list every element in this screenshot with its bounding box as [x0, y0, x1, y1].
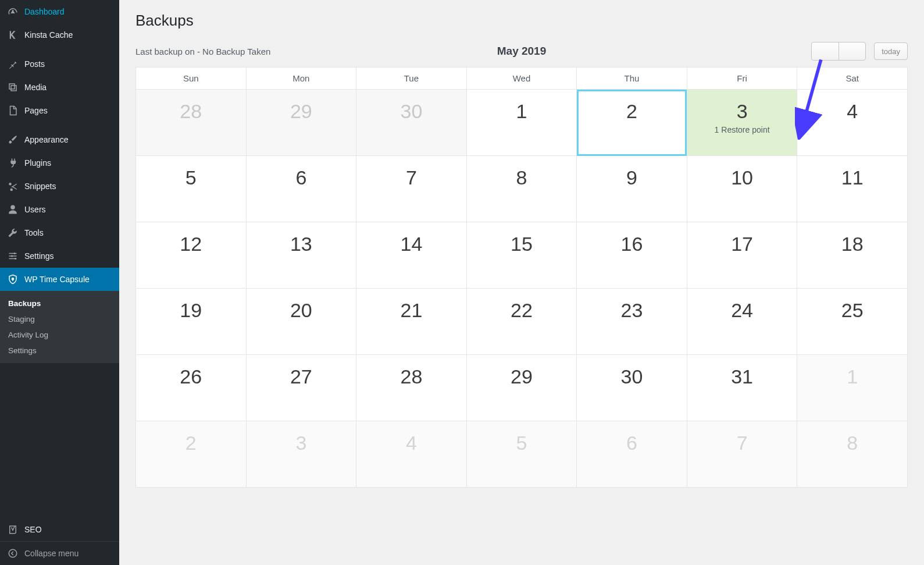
sidebar-item-tools[interactable]: Tools — [0, 221, 119, 244]
calendar-day-cell[interactable]: 25 — [797, 289, 908, 355]
sidebar-item-plugins[interactable]: Plugins — [0, 151, 119, 175]
calendar-day-cell[interactable]: 3 — [246, 421, 356, 488]
calendar-day-cell[interactable]: 9 — [577, 156, 687, 222]
calendar-day-cell[interactable]: 10 — [687, 156, 797, 222]
calendar-day-number: 19 — [136, 289, 246, 322]
sidebar-item-label: Settings — [24, 251, 54, 261]
sidebar-item-label: Posts — [24, 59, 45, 69]
sidebar-item-seo[interactable]: SEO — [0, 518, 119, 541]
calendar-day-number: 8 — [467, 156, 577, 189]
calendar-day-cell[interactable]: 12 — [136, 222, 247, 289]
calendar-day-number: 20 — [247, 289, 356, 322]
calendar-day-cell[interactable]: 4 — [797, 90, 908, 156]
sidebar-item-collapse[interactable]: Collapse menu — [0, 542, 119, 565]
sidebar-item-label: Plugins — [24, 158, 51, 168]
calendar-day-cell[interactable]: 28 — [136, 90, 247, 156]
calendar-day-number: 31 — [687, 355, 797, 388]
calendar-day-cell[interactable]: 2 — [136, 421, 247, 488]
calendar-day-cell[interactable]: 8 — [466, 156, 577, 222]
calendar-day-cell[interactable]: 22 — [466, 289, 577, 355]
calendar-day-cell[interactable]: 18 — [797, 222, 908, 289]
calendar-day-number: 25 — [797, 289, 907, 322]
sidebar-item-users[interactable]: Users — [0, 198, 119, 221]
sidebar-subitem-wptc-settings[interactable]: Settings — [0, 343, 119, 358]
calendar-day-number: 18 — [797, 222, 907, 255]
calendar-day-cell[interactable]: 23 — [577, 289, 687, 355]
sidebar-item-appearance[interactable]: Appearance — [0, 128, 119, 151]
sidebar-item-snippets[interactable]: Snippets — [0, 175, 119, 198]
sidebar-item-label: Dashboard — [24, 7, 65, 16]
calendar-day-number: 24 — [687, 289, 797, 322]
sidebar-item-posts[interactable]: Posts — [0, 52, 119, 76]
calendar-day-cell[interactable]: 20 — [246, 289, 356, 355]
calendar-day-cell[interactable]: 31 — [687, 355, 797, 421]
calendar-day-cell[interactable]: 28 — [356, 355, 467, 421]
calendar-day-number: 21 — [356, 289, 466, 322]
calendar-day-cell[interactable]: 1 — [466, 90, 577, 156]
calendar-day-cell[interactable]: 17 — [687, 222, 797, 289]
calendar-day-cell[interactable]: 6 — [577, 421, 687, 488]
calendar-day-cell[interactable]: 24 — [687, 289, 797, 355]
calendar-day-cell[interactable]: 5 — [136, 156, 247, 222]
calendar-day-number: 6 — [577, 421, 687, 454]
sidebar-item-wptc[interactable]: WP Time Capsule — [0, 268, 119, 291]
calendar-day-cell[interactable]: 29 — [246, 90, 356, 156]
calendar-day-number: 4 — [356, 421, 466, 454]
sidebar-subitem-activity[interactable]: Activity Log — [0, 327, 119, 343]
calendar-day-cell[interactable]: 19 — [136, 289, 247, 355]
sidebar-item-label: Appearance — [24, 135, 69, 144]
calendar-day-cell[interactable]: 21 — [356, 289, 467, 355]
sidebar-item-kinsta[interactable]: Kinsta Cache — [0, 23, 119, 47]
calendar-day-cell[interactable]: 4 — [356, 421, 467, 488]
calendar-day-number: 8 — [797, 421, 907, 454]
sidebar-item-dashboard[interactable]: Dashboard — [0, 0, 119, 23]
calendar-toolbar: Last backup on - No Backup Taken May 201… — [135, 41, 908, 61]
calendar-day-cell[interactable]: 29 — [466, 355, 577, 421]
calendar-day-number: 1 — [797, 355, 907, 388]
calendar-day-number: 30 — [356, 90, 466, 123]
calendar-day-cell[interactable]: 26 — [136, 355, 247, 421]
calendar-day-header: Wed — [466, 67, 577, 90]
last-backup-value: No Backup Taken — [202, 47, 270, 56]
calendar-day-number: 28 — [356, 355, 466, 388]
calendar-day-cell[interactable]: 6 — [246, 156, 356, 222]
calendar-day-number: 2 — [136, 421, 246, 454]
next-month-button[interactable] — [839, 42, 865, 60]
calendar-day-number: 7 — [687, 421, 797, 454]
calendar-day-cell[interactable]: 30 — [356, 90, 467, 156]
calendar-day-cell[interactable]: 14 — [356, 222, 467, 289]
calendar-day-number: 15 — [467, 222, 577, 255]
prev-month-button[interactable] — [812, 42, 839, 60]
calendar-day-cell[interactable]: 30 — [577, 355, 687, 421]
calendar-day-cell[interactable]: 31 Restore point — [687, 90, 797, 156]
today-button[interactable]: today — [874, 42, 908, 60]
calendar-day-cell[interactable]: 2 — [577, 90, 687, 156]
calendar-day-number: 23 — [577, 289, 687, 322]
calendar-day-cell[interactable]: 8 — [797, 421, 908, 488]
calendar-day-cell[interactable]: 7 — [687, 421, 797, 488]
sidebar-item-label: Pages — [24, 106, 48, 115]
plug-icon — [7, 157, 19, 169]
sidebar-item-settings[interactable]: Settings — [0, 244, 119, 268]
sidebar-subitem-staging[interactable]: Staging — [0, 311, 119, 327]
calendar-day-cell[interactable]: 1 — [797, 355, 908, 421]
calendar-day-cell[interactable]: 27 — [246, 355, 356, 421]
wrench-icon — [7, 227, 19, 239]
calendar-day-number: 9 — [577, 156, 687, 189]
calendar-day-cell[interactable]: 13 — [246, 222, 356, 289]
sidebar-item-media[interactable]: Media — [0, 76, 119, 99]
calendar-day-number: 30 — [577, 355, 687, 388]
sidebar-item-pages[interactable]: Pages — [0, 99, 119, 122]
sidebar-item-label: Media — [24, 83, 47, 92]
calendar-day-cell[interactable]: 15 — [466, 222, 577, 289]
k-letter-icon — [7, 29, 19, 41]
calendar-day-header: Fri — [687, 67, 797, 90]
sidebar-subitem-backups[interactable]: Backups — [0, 296, 119, 311]
calendar-day-cell[interactable]: 7 — [356, 156, 467, 222]
calendar-day-cell[interactable]: 16 — [577, 222, 687, 289]
calendar-day-number: 2 — [577, 90, 687, 123]
calendar-day-cell[interactable]: 11 — [797, 156, 908, 222]
calendar-day-cell[interactable]: 5 — [466, 421, 577, 488]
calendar-day-number: 3 — [687, 90, 797, 123]
admin-sidebar: DashboardKinsta CachePostsMediaPagesAppe… — [0, 0, 119, 565]
